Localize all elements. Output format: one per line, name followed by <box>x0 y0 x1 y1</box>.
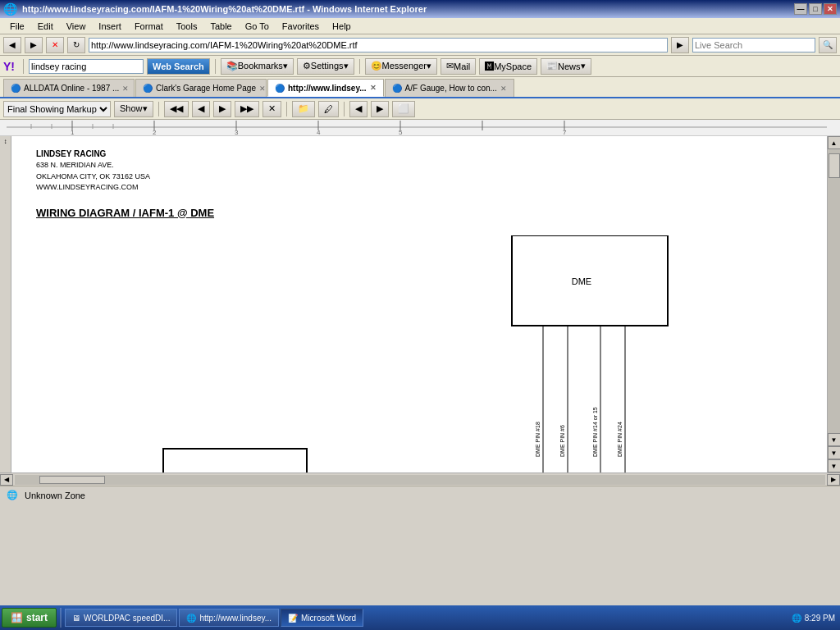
website: WWW.LINDSEYRACING.COM <box>36 182 802 194</box>
markup-btn5[interactable]: ✕ <box>262 101 281 117</box>
markup-btn10[interactable]: ⬜ <box>392 101 415 117</box>
menu-edit[interactable]: Edit <box>31 20 60 33</box>
markup-btn4[interactable]: ▶▶ <box>235 101 259 117</box>
yahoo-search-input[interactable] <box>29 59 144 74</box>
diagram-title: WIRING DIAGRAM / IAFM-1 @ DME <box>36 207 802 219</box>
tray-icon1: 🌐 <box>792 614 801 623</box>
yahoo-logo: Y! <box>3 60 15 73</box>
menu-view[interactable]: View <box>60 20 93 33</box>
yahoo-toolbar: Y! Web Search 📚 Bookmarks▾ ⚙ Settings▾ 😊… <box>0 56 840 77</box>
close-button[interactable]: ✕ <box>824 3 837 15</box>
h-scroll-thumb[interactable] <box>39 476 105 484</box>
svg-text:DME: DME <box>572 276 591 286</box>
tab-icon: 🔵 <box>143 84 153 93</box>
tab-label: ALLDATA Online - 1987 ... <box>24 84 119 93</box>
markup-btn8[interactable]: ◀ <box>349 101 368 117</box>
scroll-thumb[interactable] <box>829 153 840 178</box>
taskbar-word[interactable]: 📝 Microsoft Word <box>281 609 363 627</box>
menu-table[interactable]: Table <box>203 20 238 33</box>
search-input[interactable] <box>692 38 815 52</box>
start-button[interactable]: 🪟 start <box>2 608 57 628</box>
tab-label: http://www.lindsey... <box>288 84 367 93</box>
settings-button[interactable]: ⚙ Settings▾ <box>297 58 354 75</box>
scroll-down2-button[interactable]: ▼ <box>828 446 841 459</box>
status-zone: Unknown Zone <box>25 491 85 500</box>
h-scroll-track[interactable] <box>15 475 825 485</box>
minimize-button[interactable]: — <box>794 3 807 15</box>
markup-btn7[interactable]: 🖊 <box>318 101 339 117</box>
back-button[interactable]: ◀ <box>3 37 21 53</box>
menu-tools[interactable]: Tools <box>170 20 204 33</box>
addressbar: ◀ ▶ ✕ ↻ ▶ 🔍 <box>0 34 840 56</box>
taskbar-label: http://www.lindsey... <box>199 614 272 623</box>
svg-text:7: 7 <box>563 129 567 136</box>
taskbar-worldpac[interactable]: 🖥 WORLDPAC speedDI... <box>65 609 177 627</box>
taskbar-ie[interactable]: 🌐 http://www.lindsey... <box>179 609 279 627</box>
system-tray: 🌐 8:29 PM <box>792 614 838 623</box>
tab-close-button[interactable]: ✕ <box>500 84 507 93</box>
tab-alldata[interactable]: 🔵 ALLDATA Online - 1987 ... ✕ <box>3 79 135 97</box>
markup-btn9[interactable]: ▶ <box>371 101 389 117</box>
forward-button[interactable]: ▶ <box>25 37 43 53</box>
scroll-track[interactable] <box>828 149 841 433</box>
menu-file[interactable]: File <box>3 20 31 33</box>
messenger-button[interactable]: 😊 Messenger▾ <box>365 58 437 75</box>
status-icon: 🌐 <box>7 490 18 500</box>
tab-lindsey[interactable]: 🔵 http://www.lindsey... ✕ <box>267 79 384 97</box>
scroll-right-button[interactable]: ▶ <box>827 474 840 486</box>
svg-text:DME PIN #6: DME PIN #6 <box>559 424 565 456</box>
web-search-button[interactable]: Web Search <box>147 58 210 75</box>
svg-text:DME PIN #18: DME PIN #18 <box>535 422 541 457</box>
refresh-button[interactable]: ↻ <box>67 37 85 53</box>
scroll-left-button[interactable]: ◀ <box>0 474 13 486</box>
taskbar-icon: 📝 <box>288 614 298 623</box>
markup-toolbar: Final Showing Markup Show▾ ◀◀ ◀ ▶ ▶▶ ✕ 📁… <box>0 98 840 120</box>
address-input[interactable] <box>89 38 668 52</box>
tab-label: Clark's Garage Home Page <box>156 84 256 93</box>
search-submit-button[interactable]: 🔍 <box>819 37 837 53</box>
window-title: http://www.lindseyracing.com/IAFM-1%20Wi… <box>22 4 794 14</box>
scrollbar-right[interactable]: ▲ ▼ ▼ ▼ <box>827 136 840 472</box>
tab-close-button[interactable]: ✕ <box>259 84 266 93</box>
go-button[interactable]: ▶ <box>671 37 689 53</box>
menu-insert[interactable]: Insert <box>92 20 128 33</box>
scroll-down-button[interactable]: ▼ <box>828 433 841 446</box>
menu-help[interactable]: Help <box>326 20 358 33</box>
tab-close-button[interactable]: ✕ <box>370 84 377 92</box>
markup-btn3[interactable]: ▶ <box>213 101 231 117</box>
svg-rect-20 <box>163 449 307 473</box>
menu-favorites[interactable]: Favorites <box>276 20 326 33</box>
hscrollbar[interactable]: ◀ ▶ <box>0 472 840 486</box>
svg-text:4: 4 <box>317 129 321 136</box>
tab-af-gauge[interactable]: 🔵 A/F Gauge, How to con... ✕ <box>385 79 514 97</box>
maximize-button[interactable]: □ <box>809 3 822 15</box>
tab-icon: 🔵 <box>275 84 285 93</box>
markup-select[interactable]: Final Showing Markup <box>3 101 111 117</box>
show-button[interactable]: Show▾ <box>114 101 153 117</box>
left-margin: ↕ <box>0 136 11 472</box>
news-button[interactable]: 📰 News ▾ <box>541 58 591 75</box>
markup-btn2[interactable]: ◀ <box>192 101 210 117</box>
document-page[interactable]: LINDSEY RACING 638 N. MERIDIAN AVE. OKLA… <box>11 136 827 472</box>
taskbar: 🪟 start 🖥 WORLDPAC speedDI... 🌐 http://w… <box>0 605 840 630</box>
markup-btn6[interactable]: 📁 <box>292 101 315 117</box>
stop-button[interactable]: ✕ <box>46 37 64 53</box>
bookmarks-button[interactable]: 📚 Bookmarks▾ <box>221 58 294 75</box>
taskbar-icon: 🖥 <box>72 614 80 623</box>
myspace-button[interactable]: 🅼 MySpace <box>479 58 537 75</box>
tab-clarks-garage[interactable]: 🔵 Clark's Garage Home Page ✕ <box>135 79 267 97</box>
scroll-up-button[interactable]: ▲ <box>828 136 841 149</box>
menu-goto[interactable]: Go To <box>239 20 276 33</box>
taskbar-label: WORLDPAC speedDI... <box>84 614 170 623</box>
svg-text:DME PIN #24: DME PIN #24 <box>617 422 623 457</box>
tab-icon: 🔵 <box>392 84 402 93</box>
scroll-down3-button[interactable]: ▼ <box>828 459 841 472</box>
tab-icon: 🔵 <box>11 84 21 93</box>
taskbar-icon: 🌐 <box>186 614 196 623</box>
tab-close-button[interactable]: ✕ <box>122 84 129 93</box>
menu-format[interactable]: Format <box>128 20 170 33</box>
svg-text:DME PIN #14 or 15: DME PIN #14 or 15 <box>592 407 598 457</box>
markup-btn1[interactable]: ◀◀ <box>164 101 189 117</box>
address1: 638 N. MERIDIAN AVE. <box>36 160 802 171</box>
mail-button[interactable]: ✉ Mail <box>441 58 476 75</box>
